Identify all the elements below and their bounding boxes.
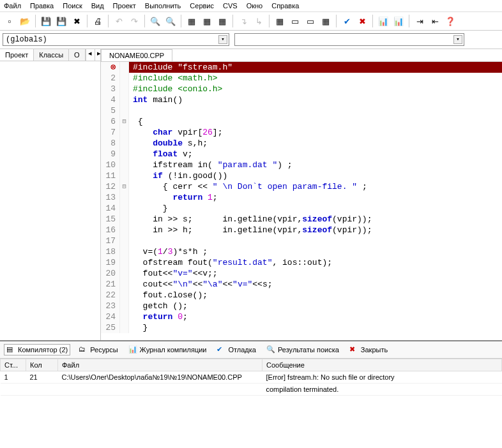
chevron-down-icon[interactable]: ▾	[218, 35, 227, 44]
code-text: #include "fstream.h"	[129, 62, 502, 73]
replace-icon[interactable]: 🔍	[164, 14, 178, 28]
menu-Поиск[interactable]: Поиск	[63, 2, 82, 10]
editor-tab[interactable]: NONAME00.CPP	[101, 49, 172, 61]
compile-icon[interactable]: ▦	[185, 14, 199, 28]
save-all-icon[interactable]: 💾	[54, 14, 68, 28]
message-row[interactable]: compilation terminated.	[1, 384, 502, 396]
gutter: 13	[101, 192, 120, 203]
code-line[interactable]: 21 cout<<"\n"<<"\a"<<"v="<<s;	[101, 279, 502, 290]
goto-icon[interactable]: ⇥	[413, 14, 427, 28]
side-tab-0[interactable]: Проект	[0, 49, 34, 61]
message-row[interactable]: 121C:\Users\Олег\Desktop\лаба№19\№19\NON…	[1, 371, 502, 384]
step2-icon[interactable]: ↳	[252, 14, 266, 28]
menu-Файл[interactable]: Файл	[4, 2, 21, 10]
fold-icon	[120, 192, 129, 203]
close-icon: ✖	[349, 345, 358, 354]
undo-icon[interactable]: ↶	[112, 14, 126, 28]
scroll-left-icon[interactable]: ◂	[86, 49, 95, 61]
win2-icon[interactable]: ▭	[303, 14, 317, 28]
gutter: 7	[101, 127, 120, 138]
close-icon[interactable]: ✖	[70, 14, 84, 28]
fold-icon[interactable]: ⊟	[120, 181, 129, 192]
menu-Окно[interactable]: Окно	[247, 2, 263, 10]
code-line[interactable]: ⊗#include "fstream.h"	[101, 62, 502, 73]
tab-debug[interactable]: ✔Отладка	[215, 345, 257, 355]
step-icon[interactable]: ↴	[236, 14, 250, 28]
code-editor[interactable]: ⊗#include "fstream.h"2#include <math.h>3…	[101, 62, 502, 340]
code-line[interactable]: 20 fout<<"v="<<v;;	[101, 268, 502, 279]
win-icon[interactable]: ▭	[288, 14, 302, 28]
toolbar: ▫ 📂 💾 💾 ✖ 🖨 ↶ ↷ 🔍 🔍 ▦ ▦ ▦ ↴ ↳ ▦ ▭ ▭ ▦ ✔ …	[0, 12, 502, 31]
globals-combo[interactable]: (globals) ▾	[3, 33, 229, 46]
find-icon[interactable]: 🔍	[148, 14, 162, 28]
members-combo[interactable]: ▾	[234, 33, 464, 46]
code-line[interactable]: 4int main()	[101, 94, 502, 105]
fold-icon	[120, 203, 129, 214]
code-line[interactable]: 7 char vpir[26];	[101, 127, 502, 138]
goto2-icon[interactable]: ⇤	[428, 14, 442, 28]
gutter: 3	[101, 84, 120, 94]
col-file[interactable]: Файл	[58, 359, 262, 371]
check-icon[interactable]: ✔	[340, 14, 354, 28]
rebuild-icon[interactable]: ▦	[215, 14, 229, 28]
side-tab-2[interactable]: О	[69, 49, 86, 61]
tab-compiler[interactable]: ▤Компилятор (2)	[4, 344, 70, 355]
redo-icon[interactable]: ↷	[127, 14, 141, 28]
code-line[interactable]: 14 }	[101, 203, 502, 214]
code-line[interactable]: 13 return 1;	[101, 192, 502, 203]
chart-icon[interactable]: 📊	[376, 14, 390, 28]
menu-Вид[interactable]: Вид	[91, 2, 104, 10]
col-line[interactable]: Ст...	[1, 359, 26, 371]
new-icon[interactable]: ▫	[3, 14, 17, 28]
col-col[interactable]: Кол	[26, 359, 58, 371]
menu-Проект[interactable]: Проект	[113, 2, 136, 10]
gutter: 22	[101, 290, 120, 301]
menu-Правка[interactable]: Правка	[30, 2, 54, 10]
code-line[interactable]: 5	[101, 105, 502, 116]
code-line[interactable]: 24 return 0;	[101, 311, 502, 322]
menu-Выполнить[interactable]: Выполнить	[145, 2, 181, 10]
menu-CVS[interactable]: CVS	[223, 2, 238, 10]
chart2-icon[interactable]: 📊	[392, 14, 406, 28]
code-line[interactable]: 18 v=(1/3)*s*h ;	[101, 246, 502, 257]
code-line[interactable]: 22 fout.close();	[101, 290, 502, 301]
gutter: 9	[101, 149, 120, 160]
code-line[interactable]: 15 in >> s; in.getline(vpir,sizeof(vpir)…	[101, 214, 502, 225]
code-line[interactable]: 23 getch ();	[101, 301, 502, 311]
x-icon[interactable]: ✖	[355, 14, 369, 28]
fold-icon[interactable]: ⊟	[120, 116, 129, 127]
side-tab-1[interactable]: Классы	[34, 49, 69, 61]
menu-Справка[interactable]: Справка	[271, 2, 299, 10]
save-icon[interactable]: 💾	[39, 14, 53, 28]
chevron-down-icon[interactable]: ▾	[453, 35, 462, 44]
col-msg[interactable]: Сообщение	[262, 359, 502, 371]
grid-icon[interactable]: ▦	[273, 14, 287, 28]
tab-log[interactable]: 📊Журнал компиляции	[126, 345, 209, 355]
run-icon[interactable]: ▦	[200, 14, 214, 28]
fold-icon	[120, 225, 129, 235]
code-line[interactable]: 2#include <math.h>	[101, 73, 502, 84]
code-text: }	[129, 322, 148, 333]
code-text: fout.close();	[129, 290, 208, 301]
tab-resources[interactable]: 🗂Ресурсы	[77, 345, 119, 355]
code-line[interactable]: 17	[101, 235, 502, 246]
menu-bar: ФайлПравкаПоискВидПроектВыполнитьСервисC…	[0, 0, 502, 12]
help-icon[interactable]: ❓	[443, 14, 457, 28]
tab-search[interactable]: 🔍Результаты поиска	[264, 345, 341, 355]
menu-Сервис[interactable]: Сервис	[190, 2, 214, 10]
code-line[interactable]: 19 ofstream fout("result.dat", ios::out)…	[101, 257, 502, 268]
print-icon[interactable]: 🖨	[91, 14, 105, 28]
code-line[interactable]: 8 double s,h;	[101, 138, 502, 149]
code-line[interactable]: 3#include <conio.h>	[101, 84, 502, 94]
open-icon[interactable]: 📂	[18, 14, 32, 28]
code-line[interactable]: 25 }	[101, 322, 502, 333]
tab-close[interactable]: ✖Закрыть	[347, 345, 390, 355]
win3-icon[interactable]: ▦	[319, 14, 333, 28]
code-line[interactable]: 12⊟ { cerr << " \n Don`t open param-file…	[101, 181, 502, 192]
code-line[interactable]: 10 ifstream in( "param.dat ") ;	[101, 160, 502, 170]
code-line[interactable]: 6⊟ {	[101, 116, 502, 127]
code-line[interactable]: 9 float v;	[101, 149, 502, 160]
code-line[interactable]: 16 in >> h; in.getline(vpir,sizeof(vpir)…	[101, 225, 502, 235]
fold-icon	[120, 94, 129, 105]
code-line[interactable]: 11 if (!in.good())	[101, 170, 502, 181]
